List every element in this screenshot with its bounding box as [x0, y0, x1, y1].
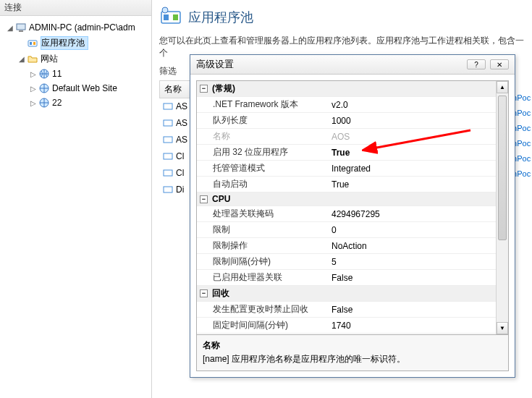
- spacer: [17, 39, 25, 47]
- tree-server-label: ADMIN-PC (admin-PC\adm: [29, 22, 135, 33]
- tree-site-label: Default Web Site: [52, 83, 117, 93]
- grid-row[interactable]: Cl: [159, 148, 191, 165]
- scrollbar[interactable]: ▲ ▼: [496, 81, 508, 334]
- page-title: 应用程序池: [188, 9, 253, 26]
- tree-server-node[interactable]: ◢ ADMIN-PC (admin-PC\adm: [3, 20, 148, 35]
- svg-rect-2: [28, 41, 37, 46]
- connections-panel: 连接 ◢ ADMIN-PC (admin-PC\adm 应用程序池 ◢ 网站 ▷: [0, 0, 152, 398]
- tree-site-11[interactable]: ▷ 11: [3, 67, 148, 81]
- grid-row[interactable]: Cl: [159, 165, 191, 182]
- svg-rect-10: [173, 14, 178, 20]
- prop-affinity-enabled[interactable]: 已启用处理器关联False: [197, 270, 508, 286]
- svg-rect-15: [164, 153, 172, 159]
- svg-rect-17: [164, 187, 172, 192]
- prop-disable-recycle-on-change[interactable]: 发生配置更改时禁止回收False: [197, 302, 508, 318]
- scroll-down-button[interactable]: ▼: [497, 322, 508, 334]
- expand-icon[interactable]: ▷: [29, 99, 37, 107]
- scroll-up-button[interactable]: ▲: [497, 81, 508, 93]
- pool-icon: [162, 101, 174, 112]
- svg-point-11: [162, 7, 168, 13]
- prop-pipeline-mode[interactable]: 托管管道模式Integrated: [197, 161, 508, 177]
- svg-rect-16: [164, 170, 172, 176]
- property-help: 名称 [name] 应用程序池名称是应用程序池的唯一标识符。: [197, 334, 508, 371]
- grid-row[interactable]: AS: [159, 98, 191, 115]
- pool-icon: [162, 151, 174, 162]
- scroll-thumb[interactable]: [498, 96, 507, 240]
- expand-icon[interactable]: ▷: [29, 85, 37, 93]
- category-cpu[interactable]: −CPU: [197, 192, 508, 206]
- prop-limit-action[interactable]: 限制操作NoAction: [197, 238, 508, 254]
- app-pool-large-icon: [159, 6, 182, 29]
- svg-rect-3: [30, 42, 32, 45]
- grid-row[interactable]: AS: [159, 132, 191, 148]
- tree-sites-label: 网站: [41, 53, 58, 65]
- prop-name[interactable]: 名称AOS: [197, 129, 508, 145]
- grid-row[interactable]: Di: [159, 182, 191, 198]
- svg-rect-13: [164, 120, 172, 126]
- advanced-settings-dialog: 高级设置 ? ✕ −(常规) .NET Framework 版本v2.0 队列长…: [190, 54, 515, 378]
- tree-app-pools[interactable]: 应用程序池: [3, 35, 148, 51]
- property-grid: −(常规) .NET Framework 版本v2.0 队列长度1000 名称A…: [196, 80, 509, 371]
- dialog-titlebar[interactable]: 高级设置 ? ✕: [190, 55, 515, 75]
- svg-rect-0: [17, 24, 25, 30]
- collapse-box-icon[interactable]: −: [200, 85, 208, 93]
- app-pool-icon: [27, 38, 38, 49]
- pool-icon: [162, 167, 174, 179]
- prop-limit[interactable]: 限制0: [197, 222, 508, 238]
- prop-fixed-interval[interactable]: 固定时间间隔(分钟)1740: [197, 318, 508, 334]
- prop-disable-overlap[interactable]: 禁用重叠回收False: [197, 334, 508, 334]
- prop-queue-length[interactable]: 队列长度1000: [197, 113, 508, 129]
- grid-row[interactable]: AS: [159, 115, 191, 132]
- pool-icon: [162, 117, 174, 129]
- tree-app-pools-label: 应用程序池: [41, 36, 88, 50]
- connections-header: 连接: [0, 0, 151, 16]
- prop-enable-32bit[interactable]: 启用 32 位应用程序True: [197, 145, 508, 161]
- grid-column-name[interactable]: 名称: [159, 80, 191, 98]
- tree-sites[interactable]: ◢ 网站: [3, 51, 148, 67]
- expand-icon[interactable]: ▷: [29, 70, 37, 78]
- svg-rect-9: [164, 14, 169, 20]
- connections-tree: ◢ ADMIN-PC (admin-PC\adm 应用程序池 ◢ 网站 ▷: [0, 16, 151, 114]
- svg-rect-4: [33, 42, 35, 45]
- server-icon: [15, 22, 27, 33]
- tree-site-label: 11: [52, 69, 62, 79]
- prop-net-framework[interactable]: .NET Framework 版本v2.0: [197, 97, 508, 113]
- prop-affinity-mask[interactable]: 处理器关联掩码4294967295: [197, 206, 508, 222]
- svg-rect-1: [19, 30, 23, 32]
- tree-site-default[interactable]: ▷ Default Web Site: [3, 81, 148, 96]
- prop-auto-start[interactable]: 自动启动True: [197, 177, 508, 192]
- svg-rect-14: [164, 137, 172, 143]
- collapse-box-icon[interactable]: −: [200, 289, 208, 297]
- globe-icon: [38, 68, 50, 80]
- folder-icon: [27, 54, 38, 65]
- pool-icon: [162, 184, 174, 195]
- collapse-icon[interactable]: ◢: [6, 24, 14, 32]
- help-title: 名称: [203, 339, 502, 352]
- globe-icon: [38, 82, 50, 94]
- prop-limit-interval[interactable]: 限制间隔(分钟)5: [197, 254, 508, 270]
- tree-site-22[interactable]: ▷ 22: [3, 96, 148, 110]
- globe-icon: [38, 97, 50, 109]
- pool-icon: [162, 134, 174, 145]
- tree-site-label: 22: [52, 98, 62, 108]
- category-recycle[interactable]: −回收: [197, 286, 508, 302]
- close-button[interactable]: ✕: [490, 59, 509, 69]
- help-button[interactable]: ?: [467, 59, 486, 69]
- collapse-icon[interactable]: ◢: [17, 55, 25, 63]
- help-text: [name] 应用程序池名称是应用程序池的唯一标识符。: [203, 353, 502, 365]
- dialog-title-text: 高级设置: [196, 58, 234, 71]
- svg-rect-12: [164, 103, 172, 109]
- collapse-box-icon[interactable]: −: [200, 195, 208, 203]
- category-general[interactable]: −(常规): [197, 81, 508, 97]
